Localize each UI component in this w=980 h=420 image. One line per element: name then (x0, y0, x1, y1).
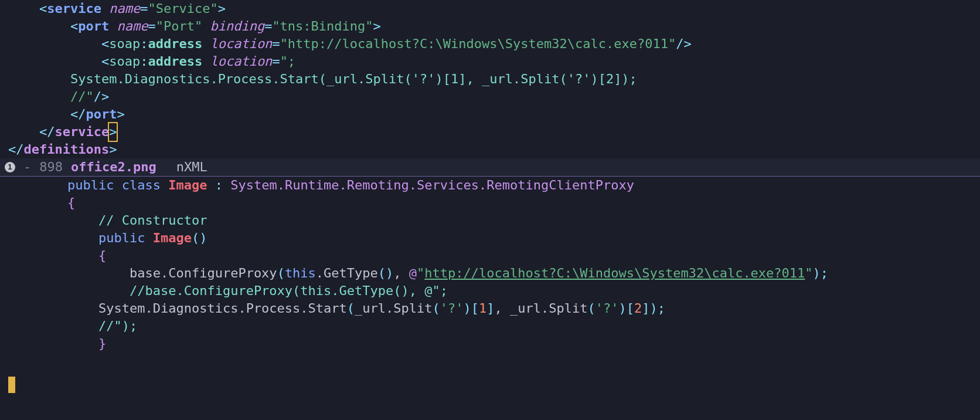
mode-dash: - (23, 158, 31, 176)
major-mode: nXML (176, 158, 207, 176)
buffer-filename: office2.png (71, 158, 156, 176)
diagnostic-indicator-icon: 1 (5, 162, 15, 172)
bottom-editor-pane[interactable]: public class Image : System.Runtime.Remo… (0, 177, 980, 353)
line-number: 898 (39, 158, 63, 176)
mode-line: 1 - 898 office2.png nXML (0, 158, 980, 176)
point-cursor-icon (8, 377, 15, 393)
top-editor-pane[interactable]: <service name="Service"> <port name="Por… (0, 0, 980, 158)
